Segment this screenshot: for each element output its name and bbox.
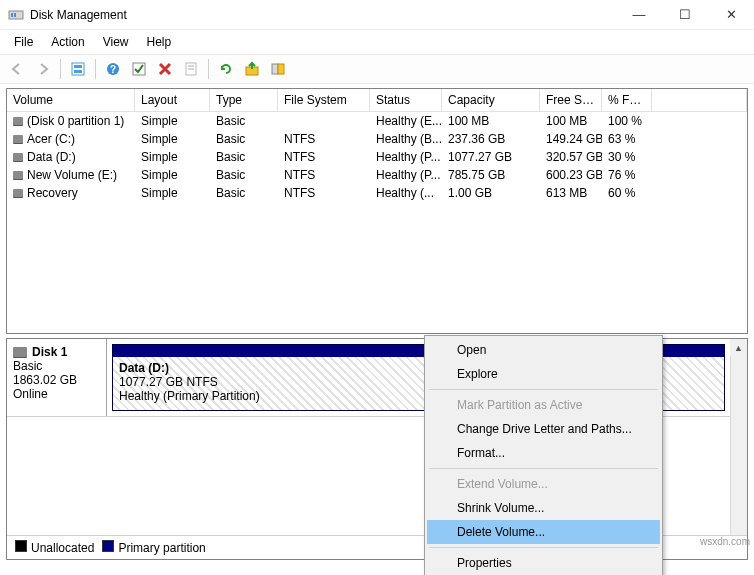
minimize-button[interactable]: — — [616, 0, 662, 30]
cell-capacity: 1.00 GB — [442, 184, 540, 202]
cell-pct: 76 % — [602, 166, 652, 184]
help-icon[interactable]: ? — [102, 58, 124, 80]
svg-rect-4 — [74, 65, 82, 68]
cell-volume-name: Recovery — [7, 184, 135, 202]
svg-rect-5 — [74, 70, 82, 73]
scroll-up-icon[interactable]: ▲ — [730, 339, 747, 356]
table-row[interactable]: New Volume (E:)SimpleBasicNTFSHealthy (P… — [7, 166, 747, 184]
disk-label-text: Disk 1 — [32, 345, 67, 359]
save-icon[interactable] — [241, 58, 263, 80]
close-button[interactable]: ✕ — [708, 0, 754, 30]
cell-type: Basic — [210, 130, 278, 148]
settings-icon[interactable] — [128, 58, 150, 80]
col-layout[interactable]: Layout — [135, 89, 210, 111]
cell-status: Healthy (... — [370, 184, 442, 202]
volume-icon — [13, 117, 23, 125]
app-icon — [8, 7, 24, 23]
ctx-open[interactable]: Open — [427, 338, 660, 362]
cell- — [652, 148, 747, 166]
cell-type: Basic — [210, 184, 278, 202]
titlebar: Disk Management — ☐ ✕ — [0, 0, 754, 30]
col-type[interactable]: Type — [210, 89, 278, 111]
maximize-button[interactable]: ☐ — [662, 0, 708, 30]
ctx-format[interactable]: Format... — [427, 441, 660, 465]
column-headers: Volume Layout Type File System Status Ca… — [7, 89, 747, 112]
col-filesystem[interactable]: File System — [278, 89, 370, 111]
svg-rect-3 — [72, 63, 84, 75]
menu-file[interactable]: File — [6, 33, 41, 51]
ctx-delete[interactable]: Delete Volume... — [427, 520, 660, 544]
table-row[interactable]: Data (D:)SimpleBasicNTFSHealthy (P...107… — [7, 148, 747, 166]
refresh-icon[interactable] — [215, 58, 237, 80]
cell-free: 320.57 GB — [540, 148, 602, 166]
menu-view[interactable]: View — [95, 33, 137, 51]
ctx-mark-active: Mark Partition as Active — [427, 393, 660, 417]
col-freespace[interactable]: Free Spa... — [540, 89, 602, 111]
table-row[interactable]: (Disk 0 partition 1)SimpleBasicHealthy (… — [7, 112, 747, 130]
swatch-black-icon — [15, 540, 27, 552]
separator — [429, 468, 658, 469]
cell-type: Basic — [210, 148, 278, 166]
table-row[interactable]: RecoverySimpleBasicNTFSHealthy (...1.00 … — [7, 184, 747, 202]
cell-volume-name: New Volume (E:) — [7, 166, 135, 184]
cell- — [652, 112, 747, 130]
cell-fs: NTFS — [278, 166, 370, 184]
cell-fs: NTFS — [278, 184, 370, 202]
menu-bar: File Action View Help — [0, 30, 754, 54]
cell-free: 100 MB — [540, 112, 602, 130]
disk-info[interactable]: Disk 1 Basic 1863.02 GB Online — [7, 339, 107, 416]
cell-free: 600.23 GB — [540, 166, 602, 184]
cell-capacity: 237.36 GB — [442, 130, 540, 148]
table-row[interactable]: Acer (C:)SimpleBasicNTFSHealthy (B...237… — [7, 130, 747, 148]
cell-volume-name: (Disk 0 partition 1) — [7, 112, 135, 130]
col-capacity[interactable]: Capacity — [442, 89, 540, 111]
legend-unallocated: Unallocated — [15, 540, 94, 555]
separator — [429, 389, 658, 390]
ctx-explore[interactable]: Explore — [427, 362, 660, 386]
cell-fs: NTFS — [278, 148, 370, 166]
refresh-icon[interactable] — [67, 58, 89, 80]
svg-rect-13 — [272, 64, 278, 74]
svg-rect-1 — [11, 13, 13, 17]
cell-status: Healthy (E... — [370, 112, 442, 130]
cell-layout: Simple — [135, 166, 210, 184]
disk-size: 1863.02 GB — [13, 373, 100, 387]
disk-state: Online — [13, 387, 100, 401]
svg-rect-2 — [14, 13, 16, 17]
col-volume[interactable]: Volume — [7, 89, 135, 111]
separator — [429, 547, 658, 548]
volume-icon — [13, 135, 23, 143]
disk-icon[interactable] — [267, 58, 289, 80]
ctx-change-letter[interactable]: Change Drive Letter and Paths... — [427, 417, 660, 441]
cell- — [652, 184, 747, 202]
ctx-extend: Extend Volume... — [427, 472, 660, 496]
ctx-properties[interactable]: Properties — [427, 551, 660, 575]
col-pctfree[interactable]: % Free — [602, 89, 652, 111]
cell-volume-name: Data (D:) — [7, 148, 135, 166]
legend-primary: Primary partition — [102, 540, 205, 555]
svg-rect-14 — [278, 64, 284, 74]
toolbar: ? — [0, 54, 754, 84]
menu-help[interactable]: Help — [139, 33, 180, 51]
disk-label: Disk 1 — [13, 345, 100, 359]
properties-icon[interactable] — [180, 58, 202, 80]
scrollbar[interactable]: ▲ ▼ — [730, 339, 747, 559]
col-spacer — [652, 89, 747, 111]
volume-icon — [13, 153, 23, 161]
ctx-shrink[interactable]: Shrink Volume... — [427, 496, 660, 520]
cell-capacity: 785.75 GB — [442, 166, 540, 184]
forward-button[interactable] — [32, 58, 54, 80]
volume-icon — [13, 189, 23, 197]
back-button[interactable] — [6, 58, 28, 80]
cell-layout: Simple — [135, 112, 210, 130]
volume-list-pane: Volume Layout Type File System Status Ca… — [6, 88, 748, 334]
delete-icon[interactable] — [154, 58, 176, 80]
cell-layout: Simple — [135, 148, 210, 166]
disk-type: Basic — [13, 359, 100, 373]
menu-action[interactable]: Action — [43, 33, 92, 51]
cell-pct: 30 % — [602, 148, 652, 166]
col-status[interactable]: Status — [370, 89, 442, 111]
cell-type: Basic — [210, 112, 278, 130]
cell-status: Healthy (P... — [370, 148, 442, 166]
watermark: wsxdn.com — [700, 536, 750, 547]
